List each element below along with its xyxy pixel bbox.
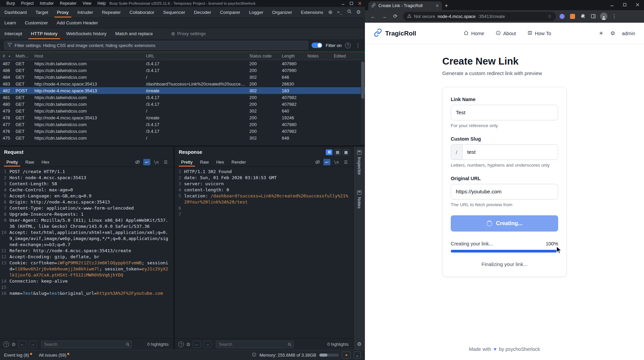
next-match-button[interactable]: →: [29, 341, 37, 348]
extension-icon-blue[interactable]: [558, 12, 566, 21]
history-row[interactable]: 480 GET https://cdn.tailwindcss.com /3.4…: [0, 101, 365, 107]
nav-home[interactable]: Home: [464, 30, 484, 37]
panel-gear-icon[interactable]: ⚙: [357, 341, 362, 347]
column-header[interactable]: Host: [32, 54, 143, 58]
request-search-input[interactable]: [41, 341, 132, 348]
history-row[interactable]: 476 GET https://cdn.tailwindcss.com /3.4…: [0, 128, 365, 135]
editor-tab[interactable]: Raw: [196, 158, 213, 167]
burp-main-tab[interactable]: Dashboard: [0, 7, 31, 18]
close-icon[interactable]: [631, 0, 644, 9]
history-row[interactable]: 486 GET https://cdn.tailwindcss.com /3.4…: [0, 67, 365, 74]
side-panel-icon[interactable]: [589, 12, 598, 21]
filter-settings-box[interactable]: Filter settings: Hiding CSS and image co…: [4, 41, 308, 50]
hide-nonprintable-icon[interactable]: [134, 159, 141, 165]
create-link-button[interactable]: Creating...: [451, 215, 558, 232]
menu-item[interactable]: Project: [18, 1, 36, 6]
reload-button[interactable]: ⟳: [391, 11, 400, 21]
theme-toggle-sun-icon[interactable]: ☀: [599, 30, 603, 37]
terminal-icon[interactable]: >_: [337, 10, 342, 15]
tab-close-icon[interactable]: ✕: [436, 3, 439, 8]
burp-main-tab[interactable]: Sequencer: [159, 7, 190, 18]
burp-main-tab[interactable]: Logger: [245, 7, 268, 18]
tab-notes[interactable]: Notes: [357, 197, 362, 209]
tab-proxy-settings[interactable]: ⚙ Proxy settings: [167, 28, 210, 39]
proxy-tab[interactable]: HTTP history: [27, 28, 62, 39]
history-row[interactable]: 487 GET https://cdn.tailwindcss.com /3.4…: [0, 60, 365, 67]
user-admin-link[interactable]: admin: [622, 31, 635, 36]
extension-icon-orange[interactable]: [568, 12, 577, 21]
hide-nonprintable-icon[interactable]: [314, 159, 321, 165]
burp-secondary-tab[interactable]: Customizer: [21, 18, 52, 28]
search-settings-icon[interactable]: ⚙: [186, 342, 191, 347]
pause-updates-button[interactable]: [326, 149, 332, 155]
search-icon[interactable]: [347, 9, 352, 15]
history-row[interactable]: 483 GET http://node-4.mcsc.space:35413 /…: [0, 80, 365, 87]
minimize-icon[interactable]: [605, 0, 618, 9]
column-header[interactable]: Length: [279, 54, 305, 58]
burp-main-tab[interactable]: Decoder: [190, 7, 216, 18]
minimize-icon[interactable]: [341, 2, 345, 5]
settings-gear-icon[interactable]: ⚙: [610, 30, 615, 37]
extensions-puzzle-icon[interactable]: [578, 12, 587, 21]
column-header[interactable]: Meth...: [13, 54, 32, 58]
history-row[interactable]: 475 GET https://cdn.tailwindcss.com / 30…: [0, 135, 365, 141]
menu-item[interactable]: Intruder: [37, 1, 57, 6]
history-row[interactable]: 484 GET https://cdn.tailwindcss.com / 30…: [0, 74, 365, 80]
column-header[interactable]: URL: [143, 54, 247, 58]
history-row[interactable]: 477 GET https://cdn.tailwindcss.com /3.4…: [0, 121, 365, 128]
burp-secondary-tab[interactable]: Add Custom Header: [52, 18, 102, 28]
table-scrollbar[interactable]: [361, 61, 365, 144]
close-icon[interactable]: [358, 2, 362, 5]
maximize-icon[interactable]: [350, 2, 353, 5]
back-button[interactable]: ←: [368, 11, 378, 21]
burp-main-tab[interactable]: Repeater: [98, 7, 125, 18]
newline-icon[interactable]: \n: [153, 159, 160, 165]
editor-tab[interactable]: Raw: [22, 158, 38, 167]
history-row[interactable]: 482 POST http://node-4.mcsc.space:35413 …: [0, 87, 365, 94]
editor-tab[interactable]: Hex: [38, 158, 53, 167]
ai-button[interactable]: ✦: [342, 352, 351, 359]
editor-menu-icon[interactable]: ☰: [162, 159, 169, 165]
column-header[interactable]: Notes: [305, 54, 331, 58]
column-header[interactable]: Edited: [331, 54, 365, 58]
response-editor-body[interactable]: 1HTTP/1.1 302 Found2date: Sun, 01 Feb 20…: [175, 167, 353, 338]
proxy-tab[interactable]: Intercept: [0, 28, 27, 39]
next-match-button[interactable]: →: [203, 341, 212, 348]
nav-howto[interactable]: How To: [527, 30, 551, 37]
history-row[interactable]: 479 GET https://cdn.tailwindcss.com / 30…: [0, 107, 365, 114]
menu-item[interactable]: Help: [94, 1, 109, 6]
editor-menu-icon[interactable]: ☰: [342, 159, 349, 165]
burp-main-tab[interactable]: Collaborator: [125, 7, 159, 18]
settings-gear-icon[interactable]: ⚙: [356, 9, 361, 15]
burp-main-tab[interactable]: Organizer: [268, 7, 296, 18]
history-row[interactable]: 478 GET http://node-4.mcsc.space:35413 /…: [0, 114, 365, 121]
burp-main-tab[interactable]: Proxy: [53, 7, 73, 18]
burp-main-tab[interactable]: Intruder: [73, 7, 98, 18]
tab-inspector[interactable]: Inspector: [357, 157, 362, 175]
search-help-icon[interactable]: ?: [3, 341, 9, 347]
not-secure-label[interactable]: Not secure: [414, 14, 435, 19]
burp-main-tab[interactable]: Extensions: [296, 7, 327, 18]
custom-slug-input[interactable]: [462, 144, 558, 160]
prev-match-button[interactable]: ←: [193, 341, 201, 348]
editor-tab[interactable]: Render: [228, 158, 250, 167]
editor-tab[interactable]: Pretty: [3, 158, 22, 167]
bookmark-star-icon[interactable]: ☆: [547, 14, 552, 19]
address-bar[interactable]: Not secure node-4.mcsc.space:35413/creat…: [403, 12, 556, 21]
filter-toggle[interactable]: [312, 43, 322, 48]
link-name-input[interactable]: [451, 105, 558, 120]
burp-main-tab[interactable]: Comparer: [216, 7, 245, 18]
event-log-button[interactable]: Event log (8): [4, 353, 32, 358]
search-help-icon[interactable]: ?: [178, 341, 184, 347]
chevron-down-icon[interactable]: ⌄: [354, 352, 361, 359]
all-issues-button[interactable]: All issues (59): [39, 353, 70, 358]
history-row[interactable]: 481 GET https://cdn.tailwindcss.com /3.4…: [0, 94, 365, 101]
burp-secondary-tab[interactable]: Learn: [0, 18, 21, 28]
filter-menu-icon[interactable]: ⋮: [355, 42, 361, 48]
proxy-tab[interactable]: Match and replace: [111, 28, 157, 39]
nav-about[interactable]: About: [496, 30, 516, 37]
forward-button[interactable]: →: [379, 11, 389, 21]
layout-horizontal-icon[interactable]: ▤: [334, 149, 341, 155]
editor-tab[interactable]: Hex: [213, 158, 228, 167]
column-header[interactable]: #: [0, 54, 13, 58]
